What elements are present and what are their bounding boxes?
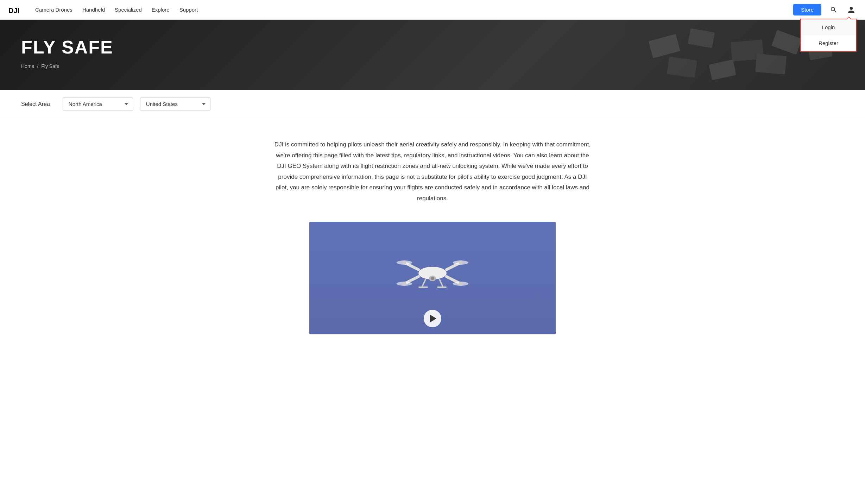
- select-area-label: Select Area: [21, 101, 50, 107]
- svg-point-21: [459, 282, 463, 286]
- store-button[interactable]: Store: [793, 4, 821, 15]
- hero-section: FLY SAFE Home / Fly Safe: [0, 20, 865, 90]
- login-button[interactable]: Login: [801, 19, 856, 35]
- description-text: DJI is committed to helping pilots unlea…: [274, 139, 591, 204]
- user-dropdown: Login Register: [800, 19, 857, 52]
- hero-content: FLY SAFE Home / Fly Safe: [21, 37, 844, 69]
- dropdown-arrow-inner: [846, 17, 851, 20]
- nav-explore[interactable]: Explore: [152, 7, 170, 13]
- nav-specialized[interactable]: Specialized: [115, 7, 142, 13]
- svg-line-25: [440, 279, 443, 287]
- region-select-wrapper: North America Europe Asia Oceania South …: [63, 97, 133, 111]
- nav-handheld[interactable]: Handheld: [82, 7, 105, 13]
- search-button[interactable]: [828, 5, 839, 15]
- nav-support[interactable]: Support: [179, 7, 198, 13]
- breadcrumb-separator: /: [37, 63, 38, 69]
- region-select[interactable]: North America Europe Asia Oceania South …: [63, 97, 133, 111]
- drone-illustration: [394, 248, 471, 298]
- user-menu-wrapper: Login Register: [846, 5, 857, 15]
- video-container[interactable]: [309, 222, 556, 334]
- svg-point-19: [459, 260, 463, 265]
- svg-point-20: [402, 282, 406, 286]
- svg-text:DJI: DJI: [8, 7, 19, 14]
- search-icon: [830, 6, 838, 14]
- register-button[interactable]: Register: [801, 35, 856, 51]
- nav-links: Camera Drones Handheld Specialized Explo…: [35, 7, 793, 13]
- svg-line-24: [422, 279, 425, 287]
- breadcrumb: Home / Fly Safe: [21, 63, 844, 69]
- user-button[interactable]: [846, 5, 857, 15]
- nav-camera-drones[interactable]: Camera Drones: [35, 7, 72, 13]
- user-icon: [847, 6, 855, 14]
- svg-point-18: [402, 260, 406, 265]
- video-placeholder: [309, 222, 556, 334]
- dji-logo[interactable]: DJI: [8, 5, 24, 15]
- hero-title: FLY SAFE: [21, 37, 844, 58]
- navbar: DJI Camera Drones Handheld Specialized E…: [0, 0, 865, 20]
- country-select[interactable]: United States Canada Mexico: [140, 97, 210, 111]
- navbar-right: Store Login Register: [793, 4, 857, 15]
- select-area-bar: Select Area North America Europe Asia Oc…: [0, 90, 865, 118]
- breadcrumb-home[interactable]: Home: [21, 63, 34, 69]
- main-content: DJI is committed to helping pilots unlea…: [221, 118, 644, 348]
- svg-point-23: [431, 277, 434, 280]
- country-select-wrapper: United States Canada Mexico: [140, 97, 210, 111]
- play-button[interactable]: [424, 310, 441, 327]
- breadcrumb-fly-safe[interactable]: Fly Safe: [41, 63, 59, 69]
